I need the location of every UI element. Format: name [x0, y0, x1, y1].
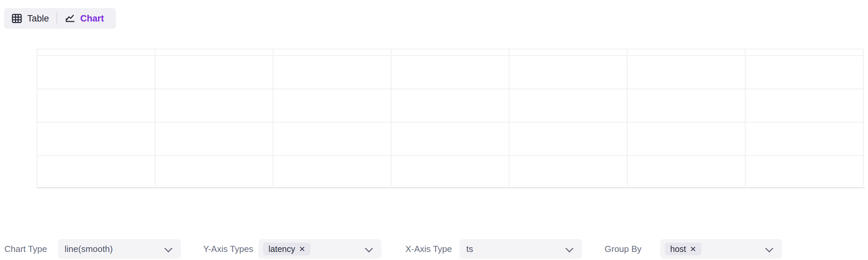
y-axis-types-label: Y-Axis Types — [203, 239, 253, 259]
remove-tag-icon[interactable]: × — [299, 244, 305, 254]
x-axis-type-label: X-Axis Type — [405, 239, 452, 259]
y-axis-types-select[interactable]: latency × — [258, 239, 381, 259]
group-by-label: Group By — [604, 239, 642, 259]
chart-legend — [0, 210, 868, 224]
chevron-down-icon — [165, 246, 172, 250]
remove-tag-icon[interactable]: × — [690, 244, 696, 254]
group-by-tag-label: host — [670, 244, 686, 254]
chart-type-select[interactable]: line(smooth) — [58, 239, 181, 259]
chevron-down-icon — [566, 246, 573, 250]
chart-type-value: line(smooth) — [65, 244, 113, 254]
chevron-down-icon — [365, 246, 373, 250]
x-axis-type-value: ts — [466, 244, 473, 254]
chart-controls: Chart Type line(smooth) Y-Axis Types lat… — [0, 239, 868, 259]
chart-view-panel: Table Chart Chart Type line(smooth) Y-Ax… — [0, 0, 868, 260]
line-chart-canvas[interactable] — [0, 0, 868, 206]
x-axis-type-select[interactable]: ts — [460, 239, 582, 259]
chart-type-label: Chart Type — [4, 239, 47, 259]
group-by-tag-host[interactable]: host × — [665, 243, 702, 255]
chevron-down-icon — [766, 246, 773, 250]
y-axis-tag-latency[interactable]: latency × — [263, 243, 311, 255]
group-by-select[interactable]: host × — [660, 239, 782, 259]
y-axis-tag-label: latency — [269, 244, 295, 254]
